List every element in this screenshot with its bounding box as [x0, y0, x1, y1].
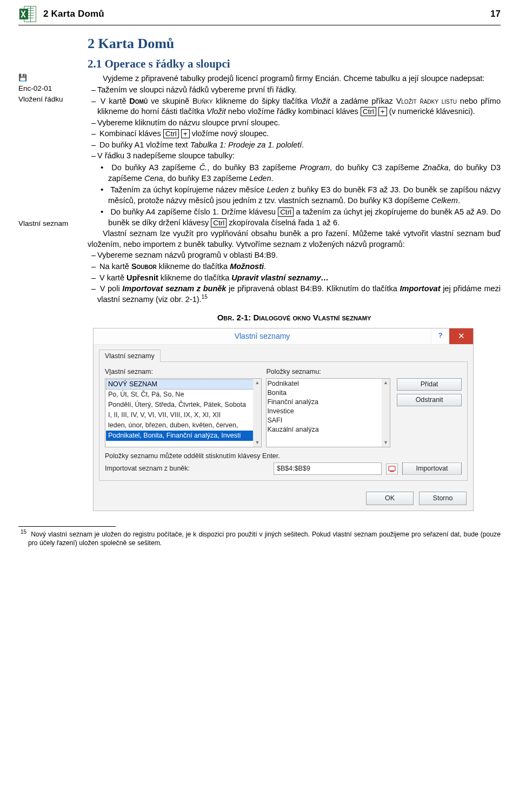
margin-note-1-line-1: Enc-02-01	[18, 84, 83, 93]
scroll-down-icon[interactable]: ▼	[253, 439, 261, 447]
bullet: Vybereme kliknutím do názvu sloupce prvn…	[88, 118, 501, 129]
hint-text: Položky seznamu můžete oddělit stisknutí…	[105, 452, 462, 461]
bullet: V kartě Upřesnit klikneme do tlačítka Up…	[88, 273, 501, 284]
list-item[interactable]: Pondělí, Úterý, Středa, Čtvrtek, Pátek, …	[106, 400, 261, 410]
svg-rect-8	[389, 466, 395, 471]
margin-notes: 💾 Enc-02-01 Vložení řádku Vlastní seznam	[18, 31, 83, 511]
sub-bullet: Tažením za úchyt kopírujeme název měsíce…	[88, 184, 501, 206]
bullet: Na kartě Soubor klikneme do tlačítka Mož…	[88, 261, 501, 272]
import-range-input[interactable]: $B$4:$B$9	[274, 462, 382, 475]
main-content: 2 Karta Domů 2.1 Operace s řádky a sloup…	[83, 31, 501, 511]
heading-1: 2 Karta Domů	[88, 34, 501, 53]
scrollbar[interactable]: ▲▼	[253, 379, 261, 447]
bullet: V poli Importovat seznam z buněk je přip…	[88, 284, 501, 305]
scroll-up-icon[interactable]: ▲	[382, 379, 390, 387]
dialog-title: Vlastní seznamy	[94, 328, 431, 344]
excel-icon	[18, 4, 38, 24]
list-item: SAFI	[267, 416, 389, 425]
sub-bullet: Do buňky A3 zapíšeme Č., do buňky B3 zap…	[88, 162, 501, 184]
kbd-ctrl: Ctrl	[278, 207, 294, 217]
tab-custom-lists[interactable]: Vlastní seznamy	[99, 350, 161, 363]
chapter-title: 2 Karta Domů	[43, 8, 490, 21]
bullet: Vybereme seznam názvů programů v oblasti…	[88, 250, 501, 261]
help-button[interactable]: ?	[431, 328, 449, 344]
list-entries-listbox[interactable]: Podnikatel Bonita Finanční analýza Inves…	[266, 378, 390, 447]
page-header: 2 Karta Domů 17	[18, 4, 501, 25]
list-item[interactable]: Podnikatel, Bonita, Finanční analýza, In…	[106, 431, 261, 441]
list-item: Finanční analýza	[267, 398, 389, 407]
footnote-rule	[18, 526, 116, 527]
paragraph: Vlastní seznam lze využít pro vyplňování…	[88, 229, 501, 250]
list-item: Podnikatel	[267, 379, 389, 388]
bullet: Tažením ve sloupci názvů řádků vybereme …	[88, 85, 501, 96]
ok-button[interactable]: OK	[366, 492, 414, 505]
kbd-ctrl: Ctrl	[163, 129, 179, 138]
bullet: Do buňky A1 vložíme text Tabulka 1: Prod…	[88, 140, 501, 151]
left-list-label: Vlastní seznam:	[105, 367, 262, 377]
figure-caption: Obr. 2-1: Dialogové okno Vlastní seznamy	[88, 312, 501, 323]
import-button[interactable]: Importovat	[402, 462, 462, 475]
list-item[interactable]: NOVÝ SEZNAM	[106, 379, 261, 390]
scroll-down-icon[interactable]: ▼	[382, 439, 390, 447]
heading-2: 2.1 Operace s řádky a sloupci	[88, 56, 501, 71]
delete-button[interactable]: Odstranit	[397, 394, 462, 406]
bullet: V řádku 3 nadepíšeme sloupce tabulky:	[88, 151, 501, 162]
intro-paragraph: Vyjdeme z připravené tabulky prodejů lic…	[88, 73, 501, 84]
footnote-ref: 15	[202, 294, 208, 300]
dialog-titlebar: Vlastní seznamy ? ✕	[94, 328, 473, 345]
sub-bullet: Do buňky A4 zapíšeme číslo 1. Držíme klá…	[88, 206, 501, 228]
cancel-button[interactable]: Storno	[419, 492, 467, 505]
list-item[interactable]: I, II, III, IV, V, VI, VII, VIII, IX, X,…	[106, 410, 261, 420]
bullet: Kombinací kláves Ctrl + vložíme nový slo…	[88, 129, 501, 139]
tab-pane: Vlastní seznam: Položky seznamu: NOVÝ SE…	[99, 361, 468, 481]
margin-note-2: Vlastní seznam	[18, 219, 83, 229]
custom-lists-dialog: Vlastní seznamy ? ✕ Vlastní seznamy Vlas…	[93, 328, 474, 511]
kbd-ctrl: Ctrl	[211, 218, 227, 227]
scrollbar[interactable]: ▲▼	[382, 379, 390, 447]
custom-lists-listbox[interactable]: NOVÝ SEZNAM Po, Út, St, Čt, Pá, So, Ne P…	[105, 378, 262, 447]
bullet: V kartě Domů ve skupině Buňky klikneme d…	[88, 96, 501, 117]
list-item: Investice	[267, 407, 389, 416]
list-item: Bonita	[267, 388, 389, 398]
kbd-plus: +	[181, 129, 190, 138]
right-list-label: Položky seznamu:	[262, 367, 390, 377]
svg-rect-9	[390, 471, 394, 472]
page-number: 17	[490, 8, 501, 21]
kbd-ctrl: Ctrl	[361, 107, 376, 116]
scroll-up-icon[interactable]: ▲	[253, 379, 261, 387]
margin-note-1-line-2: Vložení řádku	[18, 95, 83, 104]
import-label: Importovat seznam z buněk:	[105, 464, 190, 473]
kbd-plus: +	[378, 107, 387, 116]
close-button[interactable]: ✕	[449, 328, 473, 344]
footnote: 15 Nový vlastní seznam je uložen do regi…	[18, 530, 501, 548]
disk-icon: 💾	[18, 73, 83, 83]
list-item: Kauzální analýza	[267, 425, 389, 434]
list-item[interactable]: leden, únor, březen, duben, květen, červ…	[106, 420, 261, 431]
range-picker-icon[interactable]	[386, 464, 398, 474]
add-button[interactable]: Přidat	[397, 378, 462, 391]
list-item[interactable]: Po, Út, St, Čt, Pá, So, Ne	[106, 390, 261, 400]
